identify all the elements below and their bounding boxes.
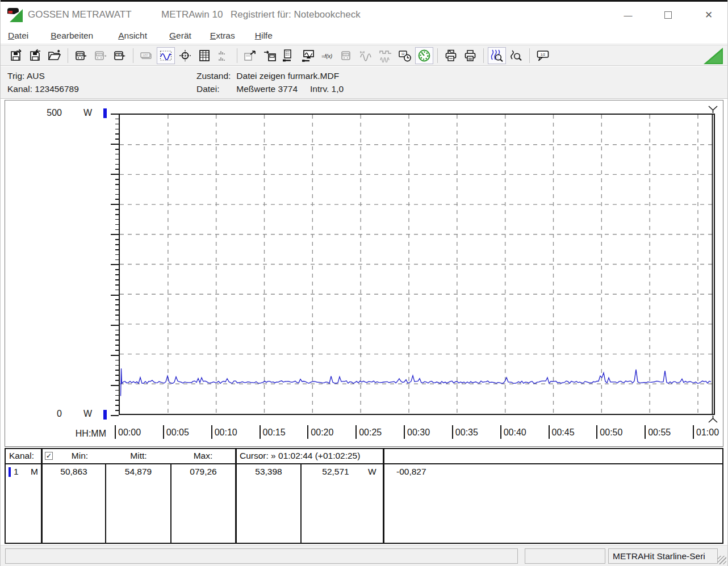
- save-import-icon: [28, 49, 42, 62]
- data-table-button[interactable]: [195, 47, 214, 64]
- x-tick-mark: [645, 425, 646, 439]
- zoom-in-wave-icon: [490, 49, 504, 62]
- monitor-config-button[interactable]: [299, 47, 317, 64]
- zoom-in-wave-button[interactable]: [488, 47, 506, 64]
- annotation-button[interactable]: [534, 47, 552, 64]
- curve-chart-icon: [159, 49, 173, 62]
- toolbar-separator: [133, 48, 133, 63]
- channel-range-marker-top: [103, 108, 107, 118]
- min-value: 50,863: [43, 467, 105, 477]
- y-axis-unit-bottom: W: [83, 409, 92, 419]
- device-memory-button[interactable]: M: [111, 47, 129, 64]
- measurement-info-panel: Trig: AUS Kanal: 123456789 Zustand: Date…: [1, 66, 727, 99]
- cursor-column-header: Cursor: » 01:02:44 (+01:02:25): [240, 451, 360, 461]
- menu-ansicht[interactable]: Ansicht: [112, 28, 153, 43]
- menu-extras[interactable]: Extras: [204, 28, 241, 43]
- menu-datei[interactable]: Datei: [2, 28, 34, 43]
- cursor-delta-value: -00,827: [396, 467, 426, 477]
- trig-label: Trig:: [7, 71, 24, 81]
- x-tick-label: 00:35: [452, 425, 478, 439]
- live-gauge-button[interactable]: [415, 47, 433, 64]
- status-panel-main: [5, 548, 518, 564]
- close-button[interactable]: ✕: [699, 5, 718, 24]
- table-header-divider: [6, 463, 722, 464]
- mitt-value: 54,879: [106, 467, 170, 477]
- x-tick-mark: [452, 425, 453, 439]
- device-config-icon: [282, 49, 296, 62]
- data-table-icon: [198, 49, 211, 62]
- x-tick-label: 00:45: [549, 425, 575, 439]
- zoom-out-wave-button[interactable]: [507, 47, 525, 64]
- toolbar-separator: [68, 48, 68, 63]
- mitt-column-header: Mitt:: [107, 451, 170, 461]
- min-column-header: Min:: [56, 451, 104, 461]
- x-axis-format-label: HH:MM: [61, 429, 106, 439]
- device-read-icon: [74, 49, 88, 62]
- save-export-button[interactable]: [7, 47, 25, 64]
- export-transfer-button[interactable]: [241, 47, 260, 64]
- x-tick-mark: [211, 425, 212, 439]
- x-tick-label: 00:55: [645, 425, 671, 439]
- menu-geraet[interactable]: Gerät: [164, 28, 197, 43]
- import-transfer-button[interactable]: [261, 47, 279, 64]
- device-config-button[interactable]: [280, 47, 298, 64]
- live-gauge-icon: [417, 49, 431, 62]
- xy-crosshair-icon: [178, 49, 192, 62]
- x-tick-label: 00:05: [163, 425, 189, 439]
- metrawin-window: GOSSEN METRAWATT METRAwin 10 Registriert…: [0, 0, 728, 566]
- x-tick-label: 00:25: [355, 425, 382, 439]
- interval-value: Intrv. 1,0: [310, 84, 344, 94]
- toolbar-separator: [529, 48, 530, 63]
- export-transfer-icon: [244, 49, 257, 62]
- y-axis-unit-top: W: [83, 108, 92, 118]
- x-tick-label: 00:15: [260, 425, 286, 439]
- xy-crosshair-button[interactable]: [176, 47, 194, 64]
- menu-bearbeiten[interactable]: Bearbeiten: [45, 28, 99, 43]
- time-sync-button[interactable]: [396, 47, 414, 64]
- print-button[interactable]: [461, 47, 479, 64]
- resize-grip[interactable]: [718, 556, 726, 564]
- x-tick-label: 01:00: [693, 425, 719, 439]
- status-bar: METRAHit Starline-Seri: [1, 545, 727, 566]
- print-icon: [463, 49, 477, 62]
- menu-hilfe[interactable]: Hilfe: [249, 28, 278, 43]
- maximize-button[interactable]: [658, 5, 677, 24]
- curve-chart-button[interactable]: [157, 47, 175, 64]
- device-read-button[interactable]: [72, 47, 90, 64]
- y-axis-max-label: 500: [28, 108, 62, 118]
- import-transfer-icon: [263, 49, 277, 62]
- digital-display-icon: [140, 49, 153, 62]
- x-tick-mark: [260, 425, 261, 439]
- digital-display-button: [137, 47, 156, 64]
- open-folder-button[interactable]: [45, 47, 64, 64]
- registered-for-text: Registriert für: Notebookcheck: [231, 9, 361, 20]
- print-preview-button[interactable]: [442, 47, 460, 64]
- kanal-column-header: Kanal:: [9, 451, 34, 461]
- sine-wave-button: [357, 47, 375, 64]
- plot-area[interactable]: [119, 114, 715, 415]
- menu-bar: Datei Bearbeiten Ansicht Gerät Extras Hi…: [1, 27, 727, 44]
- save-import-button[interactable]: [26, 47, 44, 64]
- x-tick-mark: [596, 425, 597, 439]
- cursor-handle-top-icon[interactable]: [708, 106, 718, 113]
- channel-number: 1: [14, 467, 19, 477]
- svg-text:M: M: [118, 53, 120, 56]
- histogram-button: [215, 47, 233, 64]
- minimize-button[interactable]: —: [618, 5, 638, 24]
- device-setup-icon: [340, 49, 354, 62]
- device-write-button: [91, 47, 110, 64]
- max-value: 079,26: [171, 467, 235, 477]
- toolbar: M: [1, 45, 727, 66]
- brand-title: GOSSEN METRAWATT: [28, 9, 132, 20]
- histogram-icon: [217, 49, 231, 62]
- channel-visible-checkbox[interactable]: ✓: [45, 452, 53, 460]
- trig-value: AUS: [27, 71, 45, 81]
- title-bar: GOSSEN METRAWATT METRAwin 10 Registriert…: [1, 2, 727, 27]
- cursor-handle-bottom-icon[interactable]: [708, 416, 718, 423]
- formula-fx-button[interactable]: [319, 47, 337, 64]
- x-tick-mark: [500, 425, 501, 439]
- print-preview-icon: [444, 49, 458, 62]
- cursor-b-unit: W: [368, 467, 376, 477]
- datei-value: Meßwerte 3774: [236, 84, 298, 94]
- device-status-panel: METRAHit Starline-Seri: [608, 548, 718, 564]
